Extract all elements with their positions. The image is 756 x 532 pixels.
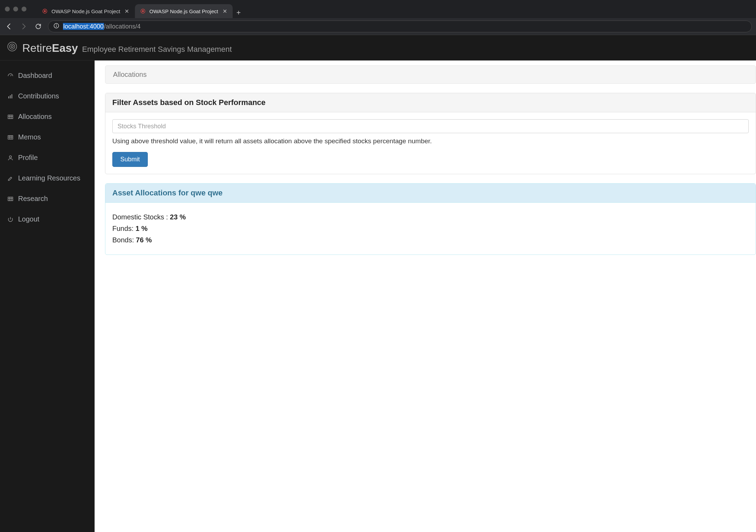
target-circle-icon <box>7 41 17 52</box>
allocation-row: Bonds: 76 % <box>112 236 749 244</box>
main-content: Allocations Filter Assets based on Stock… <box>95 61 756 532</box>
svg-point-1 <box>44 10 46 12</box>
tab-title: OWASP Node.js Goat Project <box>51 8 120 14</box>
filter-help-text: Using above threshold value, it will ret… <box>112 137 749 145</box>
allocation-label: Bonds: <box>112 236 136 244</box>
sidebar-item-label: Research <box>18 195 48 203</box>
dashboard-icon <box>7 72 14 79</box>
browser-tab-inactive[interactable]: OWASP Node.js Goat Project ✕ <box>37 4 135 18</box>
window-controls <box>5 7 26 11</box>
filter-panel-title: Filter Assets based on Stock Performance <box>105 93 756 112</box>
svg-rect-11 <box>8 96 9 98</box>
sidebar: Dashboard Contributions Allocations Memo… <box>0 61 95 532</box>
window-zoom-icon[interactable] <box>22 7 26 11</box>
new-tab-button[interactable]: ＋ <box>233 6 244 18</box>
forward-button[interactable] <box>19 22 29 31</box>
allocation-label: Domestic Stocks : <box>112 213 170 221</box>
breadcrumb: Allocations <box>105 65 756 84</box>
sidebar-item-label: Contributions <box>18 92 59 100</box>
sidebar-item-label: Profile <box>18 154 38 162</box>
svg-line-10 <box>10 75 11 76</box>
allocation-row: Domestic Stocks : 23 % <box>112 213 749 221</box>
svg-rect-12 <box>10 95 11 98</box>
brand-subtitle: Employee Retirement Savings Management <box>82 45 232 54</box>
allocation-value: 23 % <box>170 213 186 221</box>
svg-point-3 <box>142 10 144 12</box>
allocation-label: Funds: <box>112 225 136 232</box>
table-icon <box>7 113 14 120</box>
sidebar-item-label: Dashboard <box>18 72 52 80</box>
url-path: /allocations/4 <box>104 23 140 30</box>
app-header: RetireEasy Employee Retirement Savings M… <box>0 35 756 61</box>
sidebar-item-label: Learning Resources <box>18 174 80 182</box>
table-icon <box>7 134 14 141</box>
window-close-icon[interactable] <box>5 7 10 11</box>
sidebar-item-contributions[interactable]: Contributions <box>0 86 95 106</box>
sidebar-item-allocations[interactable]: Allocations <box>0 106 95 127</box>
stocks-threshold-input[interactable] <box>112 119 749 133</box>
sidebar-item-memos[interactable]: Memos <box>0 127 95 147</box>
allocation-value: 1 % <box>136 225 147 232</box>
browser-tab-active[interactable]: OWASP Node.js Goat Project ✕ <box>135 4 233 18</box>
svg-point-22 <box>9 156 11 158</box>
target-icon <box>42 8 48 14</box>
brand-name: RetireEasy <box>22 42 78 55</box>
table-icon <box>7 195 14 202</box>
allocation-value: 76 % <box>136 236 152 244</box>
submit-button[interactable]: Submit <box>112 152 148 167</box>
close-icon[interactable]: ✕ <box>124 8 130 14</box>
sidebar-item-dashboard[interactable]: Dashboard <box>0 65 95 86</box>
allocation-row: Funds: 1 % <box>112 225 749 233</box>
titlebar: OWASP Node.js Goat Project ✕ OWASP Node.… <box>0 0 756 18</box>
svg-point-7 <box>8 42 17 51</box>
window-minimize-icon[interactable] <box>13 7 18 11</box>
svg-point-6 <box>56 24 57 25</box>
address-bar[interactable]: localhost:4000/allocations/4 <box>48 21 752 32</box>
edit-icon <box>7 175 14 182</box>
url-host: localhost:4000 <box>63 23 104 30</box>
sidebar-item-profile[interactable]: Profile <box>0 147 95 168</box>
allocations-panel-title: Asset Allocations for qwe qwe <box>105 184 756 203</box>
tabstrip: OWASP Node.js Goat Project ✕ OWASP Node.… <box>37 0 244 18</box>
power-icon <box>7 216 14 223</box>
svg-rect-13 <box>11 94 12 98</box>
sidebar-item-label: Logout <box>18 215 39 223</box>
tab-title: OWASP Node.js Goat Project <box>150 8 218 14</box>
close-icon[interactable]: ✕ <box>222 8 228 14</box>
back-button[interactable] <box>4 22 14 31</box>
brand: RetireEasy Employee Retirement Savings M… <box>7 41 749 55</box>
target-icon <box>140 8 146 14</box>
bar-chart-icon <box>7 93 14 100</box>
breadcrumb-current: Allocations <box>113 71 147 78</box>
browser-chrome: OWASP Node.js Goat Project ✕ OWASP Node.… <box>0 0 756 35</box>
sidebar-item-logout[interactable]: Logout <box>0 209 95 229</box>
sidebar-item-label: Memos <box>18 133 41 141</box>
sidebar-item-learning-resources[interactable]: Learning Resources <box>0 168 95 188</box>
filter-panel: Filter Assets based on Stock Performance… <box>105 93 756 174</box>
sidebar-item-label: Allocations <box>18 113 52 121</box>
user-icon <box>7 154 14 161</box>
allocations-panel: Asset Allocations for qwe qwe Domestic S… <box>105 183 756 255</box>
svg-point-8 <box>10 44 15 49</box>
reload-button[interactable] <box>33 22 43 31</box>
info-icon <box>53 23 59 31</box>
sidebar-item-research[interactable]: Research <box>0 188 95 209</box>
svg-point-9 <box>11 46 13 48</box>
browser-toolbar: localhost:4000/allocations/4 <box>0 18 756 35</box>
app-body: Dashboard Contributions Allocations Memo… <box>0 61 756 532</box>
